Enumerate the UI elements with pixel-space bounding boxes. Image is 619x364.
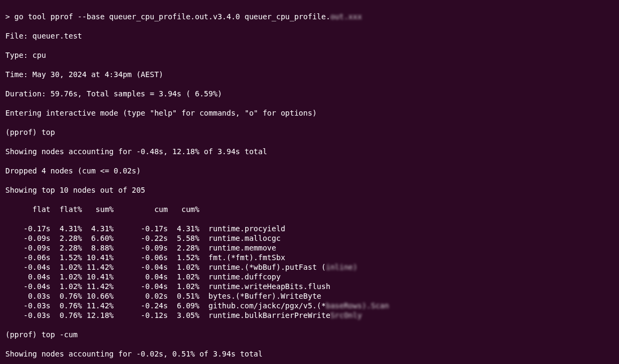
header-type: Type: cpu [5, 50, 614, 60]
command-line: > go tool pprof --base queuer_cpu_profil… [5, 12, 614, 21]
top1-row: -0.09s 2.28% 6.60% -0.22s 5.58% runtime.… [5, 233, 614, 243]
terminal-output[interactable]: > go tool pprof --base queuer_cpu_profil… [0, 0, 619, 364]
header-duration: Duration: 59.76s, Total samples = 3.94s … [5, 89, 614, 98]
top1-row: -0.03s 0.76% 11.42% -0.24s 6.09% github.… [5, 301, 614, 310]
top1-showing-nodes: Showing nodes accounting for -0.48s, 12.… [5, 147, 614, 156]
top2-showing-nodes: Showing nodes accounting for -0.02s, 0.5… [5, 349, 614, 359]
header-time: Time: May 30, 2024 at 4:34pm (AEST) [5, 70, 614, 79]
pprof-prompt-top: (pprof) top [5, 127, 614, 137]
header-interactive: Entering interactive mode (type "help" f… [5, 108, 614, 118]
header-file: File: queuer.test [5, 31, 614, 41]
top1-dropped: Dropped 4 nodes (cum <= 0.02s) [5, 166, 614, 176]
top1-row: 0.03s 0.76% 10.66% 0.02s 0.51% bytes.(*B… [5, 291, 614, 301]
top1-showing-top: Showing top 10 nodes out of 205 [5, 185, 614, 195]
top1-row: 0.04s 1.02% 10.41% 0.04s 1.02% runtime.d… [5, 272, 614, 282]
top1-column-header: flat flat% sum% cum cum% [5, 204, 614, 214]
top1-row: -0.04s 1.02% 11.42% -0.04s 1.02% runtime… [5, 262, 614, 272]
top1-row: -0.03s 0.76% 12.18% -0.12s 3.05% runtime… [5, 310, 614, 320]
top1-row: -0.17s 4.31% 4.31% -0.17s 4.31% runtime.… [5, 224, 614, 233]
top1-row: -0.06s 1.52% 10.41% -0.06s 1.52% fmt.(*f… [5, 253, 614, 262]
top1-row: -0.09s 2.28% 8.88% -0.09s 2.28% runtime.… [5, 243, 614, 253]
pprof-prompt-top-cum: (pprof) top -cum [5, 330, 614, 339]
top1-row: -0.04s 1.02% 11.42% -0.04s 1.02% runtime… [5, 282, 614, 291]
